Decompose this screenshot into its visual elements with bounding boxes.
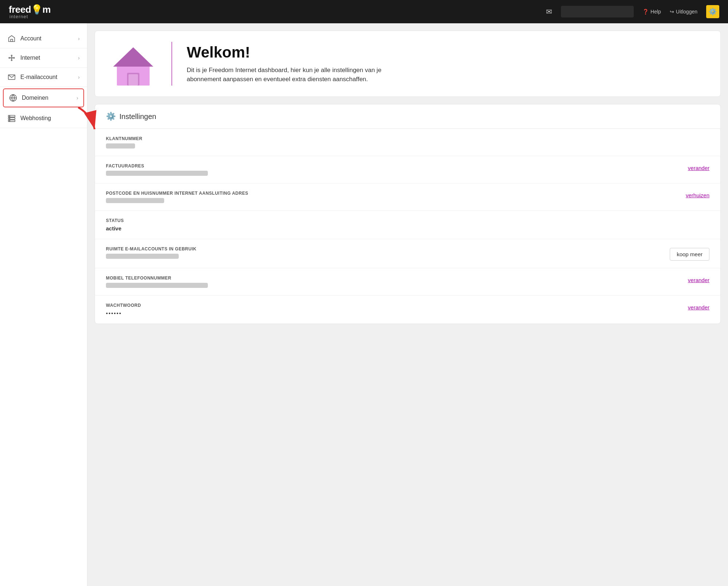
svg-point-5 [11,60,12,61]
logout-link[interactable]: ↪ Uitloggen [670,9,697,15]
help-link[interactable]: ❓ Help [642,9,661,15]
mobiel-value-blurred [106,283,208,288]
status-label: STATUS [106,218,709,223]
logo-subtitle: internet [9,14,28,19]
postcode-action: verhuizen [686,191,709,198]
settings-gear-icon: ⚙️ [709,8,717,16]
sidebar-item-internet[interactable]: Internet › [0,48,87,68]
sidebar-label-domeinen: Domeinen [22,95,76,101]
mobiel-verander-link[interactable]: verander [688,277,709,283]
welcome-card: Welkom! Dit is je Freedom Internet dashb… [95,31,721,97]
chevron-icon-emailaccount: › [78,74,80,80]
logo-bulb: 💡 [31,5,43,14]
koop-meer-button[interactable]: koop meer [670,248,709,261]
welcome-divider [171,42,172,86]
svg-point-18 [9,120,10,121]
layout: Account › Internet › [0,23,728,586]
svg-rect-23 [128,74,138,86]
ruimte-value-blurred [106,254,179,259]
header-settings-button[interactable]: ⚙️ [706,5,719,18]
svg-point-16 [9,116,10,116]
settings-field-wachtwoord: WACHTWOORD •••••• [106,303,681,316]
house-illustration [110,42,157,86]
main-content: Welkom! Dit is je Freedom Internet dashb… [87,23,728,586]
chevron-icon-account: › [78,36,80,41]
sidebar-item-domeinen[interactable]: Domeinen › [3,88,84,107]
postcode-value-blurred [106,198,164,203]
settings-field-postcode: POSTCODE EN HUISNUMMER INTERNET AANSLUIT… [106,191,678,203]
header-right: ✉ ❓ Help ↪ Uitloggen ⚙️ [546,5,719,18]
welcome-title: Welkom! [187,44,405,61]
chevron-icon-domeinen: › [76,95,78,101]
sidebar-label-account: Account [20,35,78,42]
settings-gear-icon: ⚙️ [106,112,116,121]
svg-point-1 [11,57,12,59]
sidebar-label-emailaccount: E-mailaccount [20,74,78,80]
svg-point-2 [11,55,12,56]
settings-title: Instellingen [119,112,156,121]
settings-row-mobiel: MOBIEL TELEFOONNUMMER verander [95,268,720,296]
logo: freed💡m internet [9,5,51,19]
chevron-icon-internet: › [78,55,80,61]
factuuradres-action: verander [688,163,709,171]
settings-row-ruimte: RUIMTE E-MAILACCOUNTS IN GEBRUIK koop me… [95,239,720,268]
ruimte-action: koop meer [670,246,709,261]
sidebar-label-internet: Internet [20,55,78,61]
klantnummer-label: KLANTNUMMER [106,136,709,141]
settings-card: ⚙️ Instellingen KLANTNUMMER FACTUURADRES… [95,104,721,324]
settings-field-ruimte: RUIMTE E-MAILACCOUNTS IN GEBRUIK [106,246,662,259]
settings-header: ⚙️ Instellingen [95,104,720,129]
envelope-icon [7,73,16,82]
welcome-text: Welkom! Dit is je Freedom Internet dashb… [187,44,405,84]
postcode-label: POSTCODE EN HUISNUMMER INTERNET AANSLUIT… [106,191,678,196]
svg-point-3 [13,58,15,59]
search-input[interactable] [561,6,634,17]
settings-field-factuuradres: FACTUURADRES [106,163,681,176]
factuuradres-value-blurred [106,171,208,176]
postcode-verhuizen-link[interactable]: verhuizen [686,192,709,198]
klantnummer-value-blurred [106,143,135,149]
settings-field-klantnummer: KLANTNUMMER [106,136,709,149]
wachtwoord-verander-link[interactable]: verander [688,304,709,310]
home-icon [7,34,16,43]
sidebar: Account › Internet › [0,23,87,586]
help-icon: ❓ [642,9,649,15]
svg-rect-0 [11,39,13,41]
ruimte-label: RUIMTE E-MAILACCOUNTS IN GEBRUIK [106,246,662,252]
wachtwoord-action: verander [688,303,709,310]
inbox-icon[interactable]: ✉ [546,7,552,16]
sidebar-item-account[interactable]: Account › [0,29,87,48]
header: freed💡m internet ✉ ❓ Help ↪ Uitloggen ⚙️ [0,0,728,23]
logout-label: Uitloggen [676,9,697,15]
settings-row-klantnummer: KLANTNUMMER [95,129,720,156]
wachtwoord-value: •••••• [106,310,681,316]
factuuradres-verander-link[interactable]: verander [688,165,709,171]
settings-row-status: STATUS active [95,211,720,239]
wachtwoord-label: WACHTWOORD [106,303,681,308]
settings-field-status: STATUS active [106,218,709,231]
settings-row-factuuradres: FACTUURADRES verander [95,156,720,183]
sidebar-item-emailaccount[interactable]: E-mailaccount › [0,68,87,87]
sidebar-item-webhosting[interactable]: Webhosting [0,109,87,128]
logout-icon: ↪ [670,9,674,15]
welcome-description: Dit is je Freedom Internet dashboard, hi… [187,66,405,84]
logo-text: freed💡m [9,5,51,14]
network-icon [7,54,16,62]
globe-icon [9,94,17,102]
settings-row-postcode: POSTCODE EN HUISNUMMER INTERNET AANSLUIT… [95,183,720,211]
status-value: active [106,225,709,231]
settings-field-mobiel: MOBIEL TELEFOONNUMMER [106,276,681,288]
settings-row-wachtwoord: WACHTWOORD •••••• verander [95,296,720,324]
help-label: Help [650,9,661,15]
svg-point-17 [9,118,10,119]
mobiel-action: verander [688,276,709,283]
factuuradres-label: FACTUURADRES [106,163,681,169]
server-icon [7,114,16,123]
svg-point-4 [9,58,10,59]
welcome-icon-area [106,42,171,86]
sidebar-label-webhosting: Webhosting [20,115,80,122]
mobiel-label: MOBIEL TELEFOONNUMMER [106,276,681,281]
svg-marker-21 [113,47,153,67]
